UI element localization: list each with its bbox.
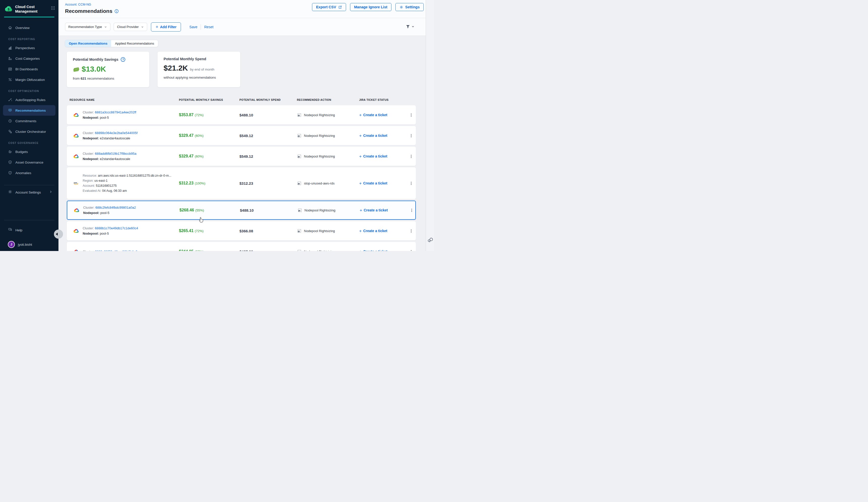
tab-applied-recommendations[interactable]: Applied Recommendations — [111, 40, 158, 47]
create-ticket-button[interactable]: +Create a ticket — [360, 208, 409, 212]
table-row[interactable]: Cluster: 6886e92f59a48cad86b5b1c6$244.05… — [67, 242, 416, 251]
filter-panel-toggle[interactable] — [405, 24, 415, 29]
sidebar-item-margin-obfuscation[interactable]: Margin Obfuscation — [0, 74, 59, 85]
row-menu-button[interactable] — [409, 181, 416, 186]
monthly-spend-value: $366.08 — [239, 229, 297, 233]
recommended-action: stop-unused-aws-rds — [297, 181, 359, 186]
chart-icon — [8, 45, 12, 50]
resource-link[interactable]: 68898c064e3e2ba0e544005f — [95, 131, 137, 135]
sidebar-nav: OverviewCOST REPORTINGPerspectivesCost C… — [0, 18, 59, 178]
spend-value: $21.2K — [164, 64, 188, 72]
row-menu-button[interactable] — [409, 208, 416, 213]
resource-link[interactable]: 6888b1c70e49db17c1de60c4 — [95, 226, 138, 230]
funnel-icon — [405, 24, 410, 29]
resource-link[interactable]: 6886e92f59a48cad86b5b1c6 — [95, 250, 137, 251]
table-row[interactable]: Cluster: 68898c064e3e2ba0e544005fNodepoo… — [67, 126, 416, 145]
row-menu-button[interactable] — [409, 133, 416, 138]
sidebar-item-recommendations[interactable]: Recommendations — [3, 105, 55, 116]
create-ticket-button[interactable]: +Create a ticket — [359, 229, 409, 233]
app-title: Cloud Cost Management — [15, 4, 43, 14]
sidebar-item-asset-governance[interactable]: $Asset Governance — [0, 157, 59, 168]
table-row[interactable]: Cluster: 6881a3ccc887941a4ee202ffNodepoo… — [67, 105, 416, 125]
sidebar-section-header: COST REPORTING — [8, 36, 59, 43]
recommended-action: Nodepool Rightsizing — [297, 229, 359, 233]
table-row[interactable]: Cluster: 6888b1c70e49db17c1de60c4Nodepoo… — [67, 221, 416, 240]
piggy-icon: $ — [8, 149, 12, 154]
save-filter-button[interactable]: Save — [189, 25, 197, 29]
create-ticket-button[interactable]: +Create a ticket — [359, 250, 409, 251]
monthly-savings-value: $244.05(57%) — [179, 249, 239, 251]
table-row[interactable]: Cluster: 688c2fefc84fbdc99801a0a2Nodepoo… — [67, 201, 416, 220]
info-icon[interactable] — [114, 9, 119, 13]
potential-monthly-spend-card: Potential Monthly Spend $21.2K by end of… — [157, 52, 240, 87]
gcp-icon — [73, 154, 79, 159]
help-chat-icon: ? — [8, 227, 12, 233]
resource-link[interactable]: 6881a3ccc887941a4ee202ff — [95, 111, 136, 114]
table-header: RESOURCE NAME POTENTIAL MONTHLY SAVINGS … — [67, 96, 416, 104]
hexes-icon — [8, 129, 12, 134]
sidebar-collapse-button[interactable] — [54, 230, 63, 239]
plus-icon: + — [155, 25, 158, 29]
collapse-arrow-icon — [56, 233, 58, 236]
sidebar-section-header: COST GOVERNANCE — [8, 140, 59, 146]
external-link-icon — [338, 5, 342, 9]
kebab-menu-icon — [409, 249, 414, 251]
table-row[interactable]: Cluster: 688add6fb019b17f9bccb95aNodepoo… — [67, 147, 416, 166]
recommendation-tabs: Open Recommendations Applied Recommendat… — [65, 40, 158, 47]
sidebar-item-autostopping-rules[interactable]: AutoStopping Rules — [0, 94, 59, 105]
create-ticket-button[interactable]: +Create a ticket — [359, 113, 409, 117]
create-ticket-button[interactable]: +Create a ticket — [359, 181, 409, 186]
create-ticket-button[interactable]: +Create a ticket — [359, 154, 409, 158]
filter-dropdown-cloud-provider[interactable]: Cloud Provider — [114, 23, 147, 31]
resource-link[interactable]: 688c2fefc84fbdc99801a0a2 — [95, 206, 136, 209]
sidebar-item-cluster-orchestrator[interactable]: Cluster Orchestrator — [0, 126, 59, 137]
app-switcher-icon[interactable] — [51, 6, 55, 11]
settings-button[interactable]: Settings — [395, 3, 424, 11]
breadcrumb-account[interactable]: Account: CCM-NG — [65, 3, 91, 6]
plus-icon: + — [360, 208, 362, 212]
sidebar-item-bi-dashboards[interactable]: BI Dashboards — [0, 64, 59, 74]
right-rail — [426, 0, 434, 251]
sidebar-item-budgets[interactable]: $Budgets — [0, 146, 59, 157]
row-menu-button[interactable] — [409, 113, 416, 117]
savings-subtitle: from 621 recommendations — [73, 77, 143, 80]
sidebar-item-perspectives[interactable]: Perspectives — [0, 43, 59, 53]
help-question-icon[interactable]: ? — [121, 57, 125, 62]
row-menu-button[interactable] — [409, 154, 416, 159]
sidebar-item-account-settings[interactable]: Account Settings — [0, 187, 59, 198]
row-menu-button[interactable] — [409, 249, 416, 251]
export-csv-button[interactable]: Export CSV — [312, 3, 346, 11]
sidebar-item-commitments[interactable]: Commitments — [0, 116, 59, 126]
monthly-savings-value: $353.87(72%) — [179, 113, 239, 117]
resource-cell: Cluster: 688c2fefc84fbdc99801a0a2Nodepoo… — [67, 205, 179, 216]
shield-alert-icon — [8, 171, 12, 175]
filter-dropdown-recommendation-type[interactable]: Recommendation Type — [65, 23, 110, 31]
clock-icon — [8, 119, 12, 123]
svg-text:aws: aws — [74, 182, 78, 184]
add-filter-button[interactable]: + Add Filter — [151, 22, 181, 31]
tab-open-recommendations[interactable]: Open Recommendations — [65, 40, 111, 47]
svg-text:?: ? — [122, 58, 124, 61]
sidebar-item-help[interactable]: ? Help — [0, 224, 59, 236]
monthly-spend-value: $549.12 — [239, 154, 297, 158]
create-ticket-button[interactable]: +Create a ticket — [359, 134, 409, 138]
resource-link[interactable]: 688add6fb019b17f9bccb95a — [95, 152, 136, 156]
plus-icon: + — [359, 250, 362, 251]
reset-filter-button[interactable]: Reset — [204, 25, 214, 29]
row-menu-button[interactable] — [409, 229, 416, 233]
chat-support-icon[interactable] — [427, 237, 433, 244]
kebab-menu-icon — [409, 229, 414, 233]
user-menu[interactable]: J jyoti.bisht — [0, 239, 59, 250]
sidebar-item-anomalies[interactable]: Anomalies — [0, 168, 59, 178]
user-name: jyoti.bisht — [18, 243, 32, 247]
monthly-savings-value: $329.47(60%) — [179, 133, 239, 138]
manage-ignore-list-button[interactable]: Manage Ignore List — [350, 3, 391, 11]
table-row[interactable]: awsResource: arn:aws:rds:us-east-1:51161… — [67, 167, 416, 199]
main-area: Account: CCM-NG Recommendations Export C… — [59, 0, 426, 251]
plus-icon: + — [359, 154, 362, 158]
sidebar-item-overview[interactable]: Overview — [0, 22, 59, 33]
rightsizing-icon — [297, 229, 302, 233]
sidebar-item-cost-categories[interactable]: Cost Categories — [0, 53, 59, 64]
kebab-menu-icon — [409, 208, 414, 213]
plus-icon: + — [359, 229, 362, 233]
